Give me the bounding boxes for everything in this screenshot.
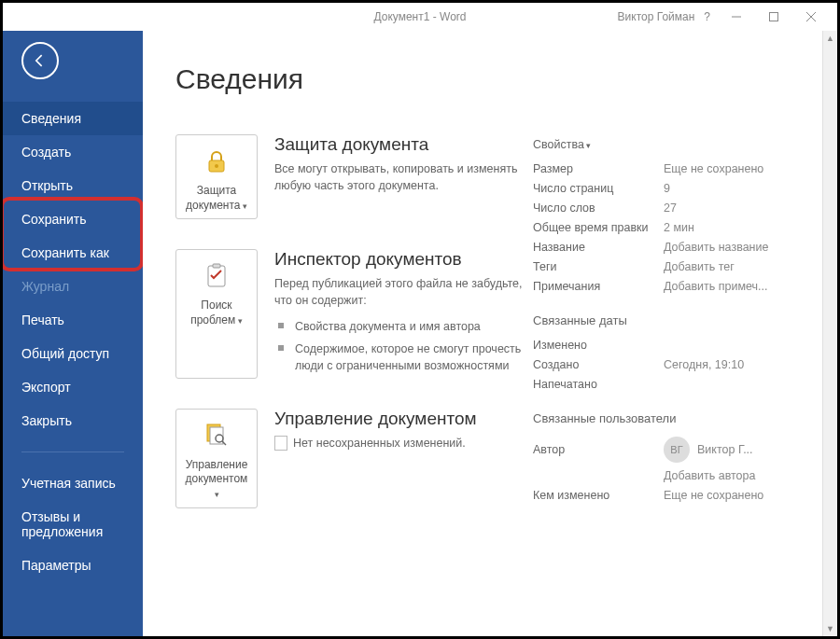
document-icon: [274, 436, 287, 451]
protect-desc: Все могут открывать, копировать и изменя…: [274, 160, 533, 194]
add-author[interactable]: Добавить автора: [533, 469, 804, 482]
manage-desc: Нет несохраненных изменений.: [274, 435, 533, 451]
minimize-button[interactable]: [718, 6, 755, 28]
date-printed: Напечатано: [533, 378, 804, 391]
inspect-document-button[interactable]: Поиск проблем: [175, 249, 258, 379]
scroll-up-icon[interactable]: ▲: [823, 31, 837, 46]
clipboard-check-icon: [182, 259, 251, 293]
help-button[interactable]: ?: [704, 10, 710, 23]
date-modified: Изменено: [533, 339, 804, 352]
nav-history: Журнал: [3, 270, 143, 303]
nav-feedback[interactable]: Отзывы и предложения: [3, 500, 143, 549]
inspect-desc: Перед публикацией этого файла не забудьт…: [274, 275, 533, 309]
nav-close[interactable]: Закрыть: [3, 404, 143, 438]
user-author: Автор ВГ Виктор Г...: [533, 437, 804, 463]
prop-size: РазмерЕще не сохранено: [533, 162, 804, 175]
properties-panel: Свойства РазмерЕще не сохранено Число ст…: [533, 63, 804, 618]
inspect-title: Инспектор документов: [274, 249, 533, 270]
titlebar: Документ1 - Word Виктор Гойман ?: [3, 3, 837, 31]
scroll-down-icon[interactable]: ▼: [823, 621, 837, 636]
back-button[interactable]: [21, 42, 59, 79]
svg-point-5: [215, 164, 218, 168]
inspect-bullets: Свойства документа и имя автора Содержим…: [274, 318, 533, 373]
users-header: Связанные пользователи: [533, 411, 804, 425]
nav-open[interactable]: Открыть: [3, 169, 143, 202]
manage-document-button[interactable]: Управление документом: [175, 409, 258, 508]
protect-document-button[interactable]: Защита документа: [175, 134, 258, 219]
prop-words: Число слов27: [533, 201, 804, 215]
prop-title[interactable]: НазваниеДобавить название: [533, 241, 804, 254]
content-area: Сведения Защита документа Защита докумен…: [143, 31, 837, 636]
nav-print[interactable]: Печать: [3, 303, 143, 337]
prop-comments[interactable]: ПримечанияДобавить примеч...: [533, 280, 804, 293]
prop-tags[interactable]: ТегиДобавить тег: [533, 260, 804, 273]
nav-export[interactable]: Экспорт: [3, 370, 143, 404]
section-inspect: Поиск проблем Инспектор документов Перед…: [175, 249, 533, 379]
lock-icon: [182, 145, 251, 178]
prop-pages: Число страниц9: [533, 182, 804, 195]
section-manage: Управление документом Управление докумен…: [175, 409, 533, 508]
svg-rect-7: [213, 264, 220, 268]
nav-account[interactable]: Учетная запись: [3, 466, 143, 500]
vertical-scrollbar[interactable]: ▲ ▼: [822, 31, 837, 636]
page-title: Сведения: [175, 63, 533, 95]
user-name[interactable]: Виктор Гойман: [618, 10, 695, 23]
window-title: Документ1 - Word: [373, 10, 466, 23]
nav-options[interactable]: Параметры: [3, 549, 143, 582]
maximize-button[interactable]: [755, 6, 792, 28]
protect-title: Защита документа: [274, 134, 533, 155]
properties-dropdown[interactable]: Свойства: [533, 138, 804, 151]
date-created: СозданоСегодня, 19:10: [533, 358, 804, 371]
manage-title: Управление документом: [274, 409, 533, 429]
document-search-icon: [182, 419, 251, 452]
nav-save[interactable]: Сохранить: [3, 202, 143, 236]
section-protect: Защита документа Защита документа Все мо…: [175, 134, 533, 219]
svg-rect-1: [770, 13, 778, 21]
user-modified-by: Кем измененоЕще не сохранено: [533, 489, 804, 502]
inspect-bullet-1: Свойства документа и имя автора: [274, 318, 533, 335]
dates-header: Связанные даты: [533, 313, 804, 327]
inspect-bullet-2: Содержимое, которое не смогут прочесть л…: [274, 340, 533, 374]
author-avatar[interactable]: ВГ: [664, 437, 690, 463]
nav-new[interactable]: Создать: [3, 135, 143, 169]
nav-divider: [21, 451, 124, 452]
nav-share[interactable]: Общий доступ: [3, 337, 143, 370]
prop-edit-time: Общее время правки2 мин: [533, 221, 804, 234]
nav-info[interactable]: Сведения: [3, 102, 143, 135]
close-button[interactable]: [792, 6, 830, 28]
sidebar: Сведения Создать Открыть Сохранить Сохра…: [3, 31, 143, 636]
nav-save-as[interactable]: Сохранить как: [3, 236, 143, 270]
